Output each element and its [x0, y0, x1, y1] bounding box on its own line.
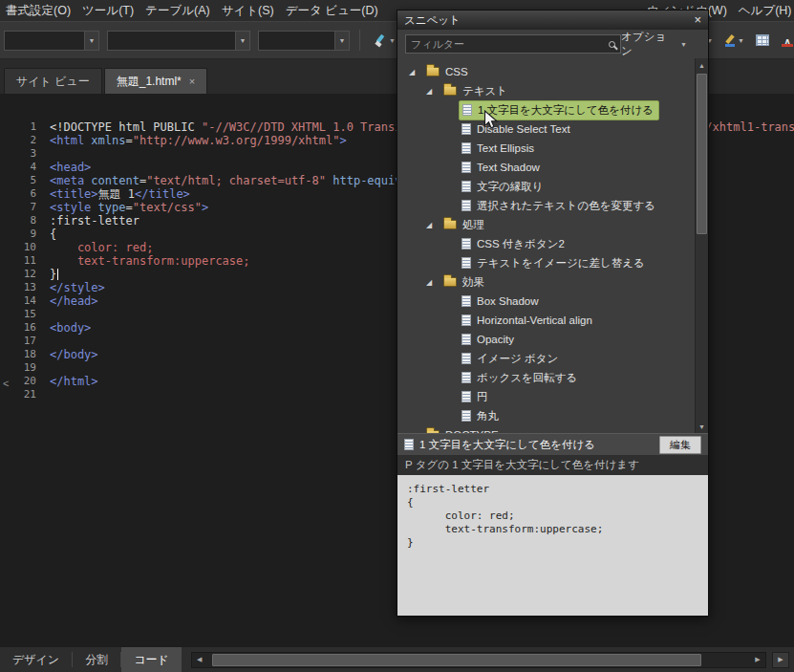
scroll-right-icon[interactable]: ▶ — [750, 653, 765, 667]
tree-snippet-item[interactable]: Text Ellipsis — [397, 139, 693, 158]
tree-snippet-item[interactable]: ボックスを回転する — [397, 368, 693, 387]
search-icon — [609, 41, 615, 48]
line-number: 8 — [0, 214, 46, 228]
table-button[interactable] — [752, 30, 773, 51]
tree-item-label: 角丸 — [477, 409, 499, 423]
chevron-down-icon[interactable]: ▼ — [84, 32, 98, 50]
chevron-down-icon[interactable]: ▼ — [334, 32, 349, 50]
design-view-button[interactable]: デザイン — [0, 647, 72, 672]
tree-folder-item[interactable]: ◢効果 — [397, 272, 693, 292]
tree-snippet-item[interactable]: 選択されたテキストの色を変更する — [397, 196, 693, 215]
expand-arrow-icon[interactable]: ◢ — [409, 68, 423, 76]
tree-item-label: 処理 — [462, 218, 484, 232]
snippet-detail-header: 1 文字目を大文字にして色を付ける 編集 — [397, 433, 708, 455]
tree-item-content: イメージ ボタン — [459, 350, 563, 368]
scrollbar-thumb[interactable] — [212, 654, 700, 666]
folder-icon — [426, 67, 440, 76]
scroll-corner-button[interactable]: ▶ — [772, 652, 789, 668]
tree-vertical-scrollbar[interactable]: ▲ ▼ — [695, 58, 708, 433]
highlighter-button[interactable]: ▼ — [720, 30, 748, 51]
scroll-down-icon[interactable]: ▼ — [696, 420, 708, 433]
line-number: 5 — [0, 174, 46, 187]
chevron-down-icon[interactable]: ▼ — [235, 32, 249, 50]
tree-snippet-item[interactable]: 円 — [397, 387, 693, 406]
snippet-icon — [461, 238, 471, 249]
folder-icon — [443, 277, 457, 287]
tree-snippet-item[interactable]: 1 文字目を大文字にして色を付ける — [397, 100, 693, 119]
snippet-tree[interactable]: ◢CSS◢テキスト1 文字目を大文字にして色を付けるDisable Select… — [397, 58, 708, 433]
menu-item-2[interactable]: ツール(T) — [76, 0, 139, 22]
tree-snippet-item[interactable]: Disable Select Text — [397, 119, 693, 139]
menu-item-1[interactable]: 書式設定(O) — [0, 0, 76, 22]
filter-input[interactable] — [411, 38, 605, 50]
edit-button[interactable]: 編集 — [659, 436, 701, 454]
folder-icon — [443, 220, 457, 229]
scrollbar-track[interactable] — [207, 653, 750, 667]
line-number: 12 — [0, 268, 46, 281]
tree-snippet-item[interactable]: テキストをイメージに差し替える — [397, 253, 693, 272]
menu-item-5[interactable]: データ ビュー(D) — [280, 0, 384, 22]
tree-folder-item[interactable]: ◢DOCTYPE — [397, 425, 693, 433]
line-number: 7 — [0, 201, 46, 214]
line-content: </style> — [46, 281, 105, 294]
tree-item-content: 角丸 — [459, 407, 504, 425]
expand-arrow-icon[interactable]: ◢ — [409, 431, 423, 434]
close-icon[interactable]: × — [694, 14, 701, 26]
tree-snippet-item[interactable]: Horizontal-Vertical align — [397, 311, 693, 330]
tree-scrollbar-track[interactable] — [696, 72, 708, 420]
expand-arrow-icon[interactable]: ◢ — [426, 87, 440, 96]
style-combo-2[interactable]: ▼ — [107, 31, 250, 51]
tab-label: 無題_1.html* — [117, 74, 182, 90]
font-color-button[interactable] — [777, 30, 794, 51]
tab-untitled-page[interactable]: 無題_1.html* × — [104, 68, 207, 94]
tree-item-label: Text Shadow — [477, 162, 540, 173]
tree-item-content: 1 文字目を大文字にして色を付ける — [459, 100, 659, 120]
tab-site-view[interactable]: サイト ビュー — [4, 68, 102, 94]
font-color-icon — [781, 33, 794, 47]
menu-item-4[interactable]: サイト(S) — [216, 0, 280, 22]
style-combo-3[interactable]: ▼ — [258, 31, 350, 51]
menu-item-3[interactable]: テーブル(A) — [139, 0, 216, 22]
tree-snippet-item[interactable]: 文字の縁取り — [397, 177, 693, 196]
menu-item-7[interactable]: ヘルプ(H) — [733, 0, 794, 22]
scroll-left-icon[interactable]: ◀ — [192, 653, 207, 667]
line-content: <title>無題 1</title> — [46, 187, 190, 201]
tab-close-icon[interactable]: × — [189, 76, 195, 86]
format-painter-button[interactable]: ▼ — [370, 30, 399, 51]
tree-snippet-item[interactable]: イメージ ボタン — [397, 349, 693, 368]
expand-arrow-icon[interactable]: ◢ — [426, 278, 440, 287]
line-number: 11 — [0, 254, 46, 268]
tree-item-content: 選択されたテキストの色を変更する — [459, 197, 660, 215]
line-content: text-transform:uppercase; — [46, 254, 250, 268]
tree-folder-item[interactable]: ◢テキスト — [397, 81, 693, 100]
text-caret — [57, 269, 58, 280]
chevron-down-icon: ▼ — [738, 37, 744, 44]
expand-arrow-icon[interactable]: ◢ — [426, 221, 440, 229]
scroll-up-icon[interactable]: ▲ — [696, 58, 708, 72]
filter-field[interactable] — [405, 34, 621, 54]
tree-snippet-item[interactable]: Box Shadow — [397, 292, 693, 311]
split-view-button[interactable]: 分割 — [73, 647, 120, 672]
preview-code-line: } — [407, 536, 698, 550]
tree-item-content: 効果 — [440, 273, 489, 292]
snippets-panel-title: スニペット — [404, 13, 461, 28]
line-number: 18 — [0, 348, 46, 361]
tree-snippet-item[interactable]: 角丸 — [397, 406, 693, 425]
tree-snippet-item[interactable]: Text Shadow — [397, 158, 693, 177]
style-combo-1[interactable]: ▼ — [4, 31, 99, 51]
tree-folder-item[interactable]: ◢CSS — [397, 62, 693, 81]
code-view-button[interactable]: コード — [121, 647, 182, 672]
tree-scrollbar-thumb[interactable] — [697, 74, 707, 234]
snippet-icon — [461, 334, 471, 345]
tree-folder-item[interactable]: ◢処理 — [397, 215, 693, 234]
options-button[interactable]: オプション ▼ — [621, 30, 700, 58]
horizontal-scrollbar[interactable]: ◀ ▶ — [191, 652, 766, 668]
line-content: <style type="text/css"> — [46, 201, 208, 214]
snippet-icon — [461, 372, 471, 383]
line-content: { — [46, 228, 56, 241]
tree-item-label: Opacity — [477, 334, 514, 345]
line-content — [46, 388, 50, 401]
tree-snippet-item[interactable]: Opacity — [397, 330, 693, 349]
snippets-panel-titlebar[interactable]: スニペット × — [397, 11, 708, 30]
tree-snippet-item[interactable]: CSS 付きボタン2 — [397, 234, 693, 253]
